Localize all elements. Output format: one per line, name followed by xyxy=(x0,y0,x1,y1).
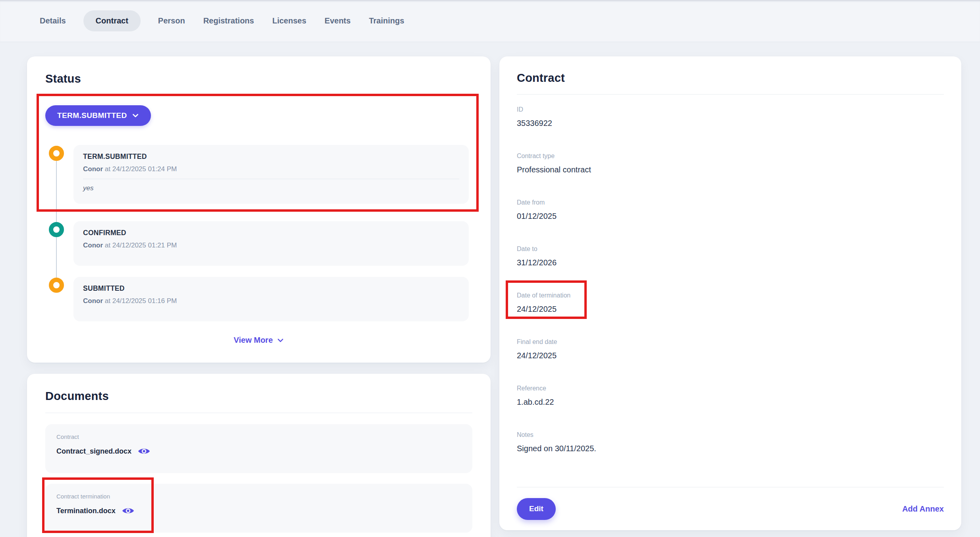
timeline-entry-meta: Conor at 24/12/2025 01:16 PM xyxy=(83,297,459,305)
annotation-box-contract-termination-document xyxy=(42,477,154,533)
contract-footer: Edit Add Annex xyxy=(517,487,944,530)
document-type-label: Contract xyxy=(56,433,461,440)
timeline-entry-card: CONFIRMED Conor at 24/12/2025 01:21 PM xyxy=(73,221,469,266)
view-more-button[interactable]: View More xyxy=(27,336,491,345)
tab-trainings[interactable]: Trainings xyxy=(368,10,405,31)
field-label: Date from xyxy=(517,199,944,206)
timeline-entry-timestamp: at 24/12/2025 01:21 PM xyxy=(105,241,177,249)
annotation-box-date-of-termination xyxy=(506,280,587,319)
tabs-nav: Details Contract Person Registrations Li… xyxy=(39,10,405,31)
field-contract-type: Contract type Professional contract xyxy=(517,152,944,175)
timeline-entry-author: Conor xyxy=(83,297,103,305)
timeline-entry-meta: Conor at 24/12/2025 01:21 PM xyxy=(83,241,459,249)
annotation-box-status-latest-entry xyxy=(37,94,479,212)
timeline-dot-orange-icon xyxy=(49,278,64,293)
field-value: 1.ab.cd.22 xyxy=(517,397,944,407)
document-filename: Contract_signed.docx xyxy=(56,447,131,456)
timeline-entry-confirmed: CONFIRMED Conor at 24/12/2025 01:21 PM xyxy=(45,221,469,266)
contract-fields: ID 35336922 Contract type Professional c… xyxy=(517,95,944,454)
timeline-dot-teal-icon xyxy=(49,222,64,237)
edit-button[interactable]: Edit xyxy=(517,498,556,520)
field-label: Date to xyxy=(517,245,944,253)
field-date-from: Date from 01/12/2025 xyxy=(517,199,944,221)
field-label: Contract type xyxy=(517,152,944,160)
tab-person[interactable]: Person xyxy=(157,10,186,31)
view-more-label: View More xyxy=(234,336,273,345)
field-final-end-date: Final end date 24/12/2025 xyxy=(517,338,944,361)
field-value: Signed on 30/11/2025. xyxy=(517,444,944,454)
tab-events[interactable]: Events xyxy=(324,10,352,31)
field-value: 01/12/2025 xyxy=(517,211,944,221)
field-id: ID 35336922 xyxy=(517,106,944,128)
timeline-entry-card: SUBMITTED Conor at 24/12/2025 01:16 PM xyxy=(73,277,469,321)
field-date-to: Date to 31/12/2026 xyxy=(517,245,944,268)
tab-bar: Details Contract Person Registrations Li… xyxy=(0,0,980,42)
field-label: Reference xyxy=(517,384,944,392)
view-document-eye-icon[interactable] xyxy=(138,447,150,456)
contract-panel-title: Contract xyxy=(517,71,944,85)
documents-panel-title: Documents xyxy=(45,390,472,403)
field-value: Professional contract xyxy=(517,165,944,175)
field-value: 24/12/2025 xyxy=(517,351,944,361)
field-label: ID xyxy=(517,106,944,113)
document-item-contract: Contract Contract_signed.docx xyxy=(45,424,472,473)
field-label: Final end date xyxy=(517,338,944,346)
timeline-entry-submitted: SUBMITTED Conor at 24/12/2025 01:16 PM xyxy=(45,277,469,321)
documents-divider xyxy=(45,413,472,413)
tab-registrations[interactable]: Registrations xyxy=(203,10,255,31)
timeline-entry-status: CONFIRMED xyxy=(83,229,459,237)
timeline-entry-status: SUBMITTED xyxy=(83,284,459,293)
tab-details[interactable]: Details xyxy=(39,10,67,31)
timeline-entry-author: Conor xyxy=(83,241,103,249)
field-notes: Notes Signed on 30/11/2025. xyxy=(517,431,944,454)
field-label: Notes xyxy=(517,431,944,438)
tab-contract[interactable]: Contract xyxy=(83,10,141,31)
add-annex-link[interactable]: Add Annex xyxy=(902,504,944,514)
timeline-entry-timestamp: at 24/12/2025 01:16 PM xyxy=(105,297,177,305)
field-value: 35336922 xyxy=(517,118,944,128)
field-reference: Reference 1.ab.cd.22 xyxy=(517,384,944,407)
chevron-down-icon xyxy=(277,337,284,344)
tab-licenses[interactable]: Licenses xyxy=(271,10,307,31)
field-value: 31/12/2026 xyxy=(517,258,944,268)
status-panel-title: Status xyxy=(45,72,491,85)
